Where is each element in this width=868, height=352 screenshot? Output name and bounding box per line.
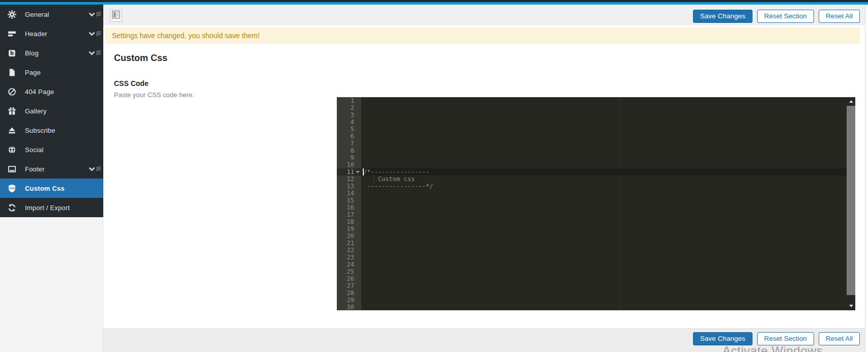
chevron-down-icon[interactable]	[89, 48, 95, 57]
editor-scrollbar-thumb[interactable]	[847, 106, 855, 295]
code-line[interactable]	[361, 275, 847, 282]
gutter-line-number: 4	[337, 119, 361, 126]
editor-code-area[interactable]: /*---------------- Custom css ----------…	[361, 97, 847, 310]
code-line[interactable]	[361, 140, 847, 147]
sidebar-item-general[interactable]: General	[0, 5, 103, 24]
gutter-line-number: 8	[337, 147, 361, 154]
footer-icon	[7, 164, 16, 173]
gear-icon	[7, 10, 16, 19]
gutter-line-number: 20	[337, 232, 361, 240]
code-line[interactable]: /*----------------	[361, 168, 847, 175]
code-line[interactable]	[361, 111, 847, 119]
gutter-line-number: 5	[337, 126, 361, 133]
reset-section-button[interactable]: Reset Section	[757, 10, 814, 23]
code-line[interactable]	[361, 232, 847, 240]
header-icon	[7, 29, 16, 38]
gutter-line-number: 15	[337, 197, 361, 204]
waves-icon	[96, 164, 101, 173]
options-sidebar: GeneralHeaderbBlogPage404 PageGallerySub…	[0, 5, 103, 217]
toggle-panel-button[interactable]	[110, 10, 122, 22]
code-line[interactable]	[361, 261, 847, 268]
chevron-down-icon[interactable]	[89, 164, 95, 173]
sidebar-background	[0, 217, 103, 352]
sidebar-item-label: Page	[25, 69, 41, 76]
sidebar-item-social[interactable]: Social	[0, 140, 103, 159]
chevron-down-icon[interactable]	[89, 10, 95, 19]
sidebar-item-import-export[interactable]: Import / Export	[0, 198, 103, 217]
code-line[interactable]	[361, 97, 847, 104]
save-changes-button[interactable]: Save Changes	[693, 10, 753, 23]
code-line[interactable]	[361, 190, 847, 197]
code-line[interactable]	[361, 211, 847, 218]
code-line[interactable]	[361, 133, 847, 140]
sidebar-item-footer[interactable]: Footer	[0, 159, 103, 179]
waves-icon	[96, 48, 101, 57]
code-line[interactable]	[361, 104, 847, 111]
page-title: Custom Css	[114, 53, 167, 64]
code-text: /*----------------	[363, 168, 429, 175]
scroll-up-icon	[849, 100, 853, 103]
waves-icon	[96, 10, 101, 19]
gutter-line-number: 14	[337, 190, 361, 197]
code-line[interactable]	[361, 218, 847, 225]
browser-scrollbar[interactable]	[865, 7, 868, 352]
text-cursor	[363, 168, 364, 175]
gutter-line-number: 6	[337, 133, 361, 140]
code-line[interactable]	[361, 268, 847, 275]
editor-gutter: 1234567891011121314151617181920212223242…	[337, 97, 361, 310]
sidebar-item-label: Subscribe	[25, 127, 55, 134]
code-line[interactable]	[361, 297, 847, 304]
css-code-editor[interactable]: 1234567891011121314151617181920212223242…	[337, 97, 855, 310]
code-line[interactable]	[361, 247, 847, 254]
sidebar-item-gallery[interactable]: Gallery	[0, 101, 103, 121]
reset-all-button-bottom[interactable]: Reset All	[819, 332, 860, 345]
svg-text:CSS: CSS	[9, 187, 15, 190]
top-toolbar: Save Changes Reset Section Reset All	[103, 5, 868, 25]
code-line[interactable]	[361, 225, 847, 232]
sidebar-item-header[interactable]: Header	[0, 24, 103, 43]
fold-marker-icon[interactable]	[356, 171, 360, 173]
code-line[interactable]: ----------------*/	[361, 183, 847, 190]
code-line[interactable]	[361, 119, 847, 126]
code-line[interactable]	[361, 154, 847, 161]
gutter-line-number: 22	[337, 247, 361, 254]
code-line[interactable]	[361, 304, 847, 310]
globe-icon	[7, 145, 16, 154]
code-line[interactable]	[361, 289, 847, 297]
sidebar-item-custom-css[interactable]: CSSCustom Css	[0, 179, 103, 198]
gutter-line-number: 11	[337, 168, 361, 175]
code-text: ----------------*/	[363, 183, 433, 190]
svg-text:b: b	[10, 50, 13, 56]
reset-all-button[interactable]: Reset All	[819, 10, 860, 23]
gutter-line-number: 13	[337, 183, 361, 190]
editor-scrollbar[interactable]	[847, 97, 855, 310]
chevron-down-icon[interactable]	[89, 29, 95, 38]
gutter-line-number: 24	[337, 261, 361, 268]
gutter-line-number: 25	[337, 268, 361, 275]
eject-icon	[7, 126, 16, 135]
waves-icon	[96, 29, 101, 38]
code-line[interactable]: Custom css	[361, 175, 847, 183]
layout-panel-icon	[111, 10, 121, 22]
code-line[interactable]	[361, 161, 847, 168]
code-line[interactable]	[361, 204, 847, 211]
code-line[interactable]	[361, 254, 847, 261]
gutter-line-number: 16	[337, 204, 361, 211]
sidebar-item-page[interactable]: Page	[0, 63, 103, 82]
field-label: CSS Code	[114, 79, 149, 87]
scroll-up-button[interactable]	[847, 97, 855, 106]
sidebar-item-label: Custom Css	[25, 185, 65, 192]
sidebar-item-404-page[interactable]: 404 Page	[0, 82, 103, 101]
sidebar-item-subscribe[interactable]: Subscribe	[0, 121, 103, 140]
gift-icon	[7, 106, 16, 115]
scroll-down-button[interactable]	[847, 302, 855, 310]
unsaved-changes-notice: Settings have changed, you should save t…	[104, 27, 860, 44]
code-line[interactable]	[361, 240, 847, 247]
code-line[interactable]	[361, 147, 847, 154]
sidebar-item-blog[interactable]: bBlog	[0, 43, 103, 63]
gutter-line-number: 28	[337, 289, 361, 297]
code-line[interactable]	[361, 282, 847, 289]
code-line[interactable]	[361, 126, 847, 133]
code-line[interactable]	[361, 197, 847, 204]
theme-options-panel: GeneralHeaderbBlogPage404 PageGallerySub…	[0, 0, 868, 352]
